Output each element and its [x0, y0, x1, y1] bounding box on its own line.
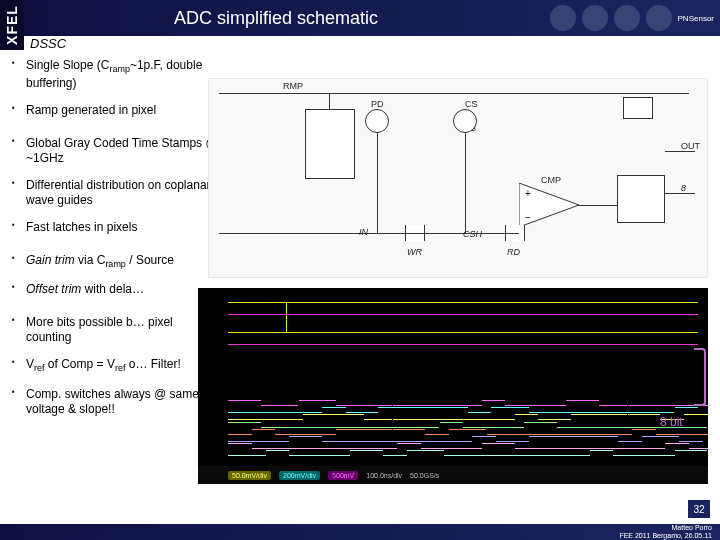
footer-author: Matteo Porro [619, 524, 712, 532]
slide-title: ADC simplified schematic [174, 8, 378, 29]
bullet-list: Single Slope (Cramp~1p.F, double bufferi… [8, 58, 218, 417]
schematic-label-rmp: RMP [283, 81, 303, 91]
schematic-label-pd: PD [371, 99, 384, 109]
logo-icon [582, 5, 608, 31]
slide-header: ADC simplified schematic PNSensor [24, 0, 720, 36]
oscilloscope-figure: 50.0mV/div 200mV/div 500mV 100.0ns/div 5… [198, 288, 708, 484]
slide-content: Single Slope (Cramp~1p.F, double bufferi… [8, 58, 712, 522]
schematic-label-eight: 8 [681, 183, 686, 193]
logo-icon [614, 5, 640, 31]
scope-ch1: 50.0mV/div [228, 471, 271, 480]
bullet-item: Single Slope (Cramp~1p.F, double bufferi… [8, 58, 218, 91]
eightbit-bracket-icon [694, 348, 706, 406]
logo-icon [646, 5, 672, 31]
bullet-item: Comp. switches always @ same voltage & s… [8, 387, 218, 417]
scope-rate: 50.0GS/s [410, 472, 439, 479]
schematic-label-cs: CS [465, 99, 478, 109]
svg-text:+: + [525, 188, 531, 199]
bullet-item: Vref of Comp = Vref o… Filter! [8, 357, 218, 375]
bullet-item: Global Gray Coded Time Stamps @ ~1GHz [8, 136, 218, 166]
scope-ch3: 500mV [328, 471, 358, 480]
comparator-icon: + − [519, 183, 579, 227]
eightbit-label: 8 bit [660, 415, 683, 429]
bullet-item: Differential distribution on coplanar wa… [8, 178, 218, 208]
footer-event: FEE 2011 Bergamo, 26.05.11 [619, 532, 712, 540]
scope-timebase: 100.0ns/div [366, 472, 402, 479]
bullet-item: Gain trim via Cramp / Source [8, 253, 218, 271]
slide-footer: Matteo Porro FEE 2011 Bergamo, 26.05.11 [0, 524, 720, 540]
logo-icon [550, 5, 576, 31]
dssc-label: DSSC [24, 36, 66, 52]
schematic-label-in: IN [359, 227, 368, 237]
bullet-item: Offset trim with dela… [8, 282, 218, 297]
schematic-label-out: OUT [681, 141, 700, 151]
scope-bus [228, 400, 698, 460]
xfel-label: XFEL [4, 5, 20, 45]
pnsensor-label: PNSensor [678, 14, 714, 23]
svg-text:−: − [525, 212, 531, 223]
schematic-label-wr: WR [407, 247, 422, 257]
scope-ch2: 200mV/div [279, 471, 320, 480]
xfel-sidebar: XFEL [0, 0, 24, 50]
schematic-figure: RMP PD CS ICS DV OUT CMP IN WR CSH RD L … [208, 78, 708, 278]
header-logos: PNSensor [550, 0, 714, 36]
bullet-item: Ramp generated in pixel [8, 103, 218, 118]
bullet-item: Fast latches in pixels [8, 220, 218, 235]
page-number: 32 [688, 500, 710, 518]
schematic-label-rd: RD [507, 247, 520, 257]
scope-status-bar: 50.0mV/div 200mV/div 500mV 100.0ns/div 5… [198, 466, 708, 484]
scope-traces [228, 296, 698, 396]
bullet-item: More bits possible b… pixel counting [8, 315, 218, 345]
